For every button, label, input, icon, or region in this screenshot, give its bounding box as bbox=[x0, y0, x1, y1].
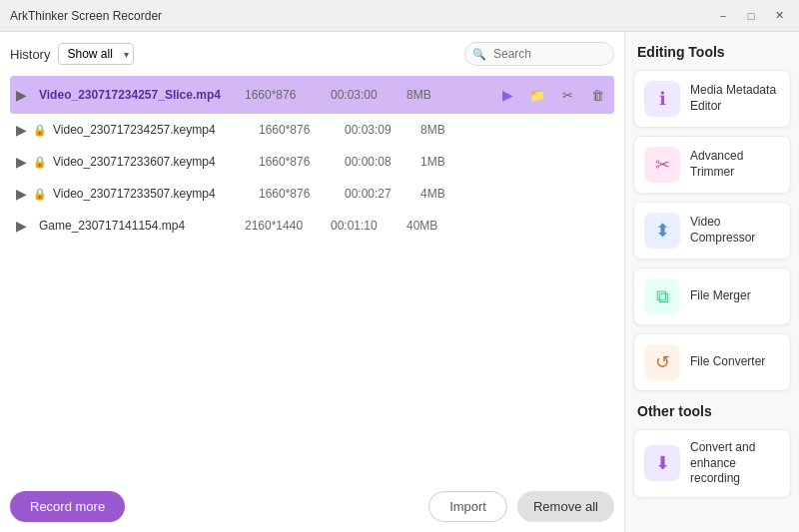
file-type-icon: ▶ bbox=[16, 154, 27, 170]
search-input[interactable] bbox=[464, 42, 614, 66]
titlebar: ArkThinker Screen Recorder − □ ✕ bbox=[0, 0, 799, 32]
editing-tools-title: Editing Tools bbox=[633, 44, 791, 60]
file-name: Video_230717234257_Slice.mp4 bbox=[39, 88, 239, 102]
convert-enhance-label: Convert and enhance recording bbox=[690, 440, 780, 487]
file-type-icon: ▶ bbox=[16, 218, 27, 234]
tool-card-advanced-trimmer[interactable]: ✂Advanced Trimmer bbox=[633, 136, 791, 194]
file-duration: 00:01:10 bbox=[331, 219, 400, 233]
search-box: 🔍 bbox=[464, 42, 614, 66]
history-label: History bbox=[10, 47, 50, 62]
main-layout: History Show all 🔍 ▶Video_230717234257_S… bbox=[0, 32, 799, 532]
table-row[interactable]: ▶Video_230717234257_Slice.mp41660*87600:… bbox=[10, 76, 614, 114]
file-resolution: 1660*876 bbox=[259, 123, 339, 137]
file-size: 8MB bbox=[406, 88, 446, 102]
table-row[interactable]: ▶Game_230717141154.mp42160*144000:01:104… bbox=[10, 210, 614, 242]
file-actions: ▶📁✂🗑 bbox=[496, 84, 608, 106]
app-title: ArkThinker Screen Recorder bbox=[10, 9, 713, 23]
file-name: Video_230717233507.keymp4 bbox=[53, 187, 253, 201]
play-button[interactable]: ▶ bbox=[496, 84, 518, 106]
file-type-icon: ▶ bbox=[16, 122, 27, 138]
window-controls: − □ ✕ bbox=[713, 6, 789, 26]
file-size: 1MB bbox=[420, 155, 460, 169]
file-merger-icon: ⧉ bbox=[644, 278, 680, 314]
other-tools-list: ⬇Convert and enhance recording bbox=[633, 429, 791, 506]
file-duration: 00:00:27 bbox=[345, 187, 414, 201]
file-merger-label: File Merger bbox=[690, 288, 751, 304]
file-size: 8MB bbox=[420, 123, 460, 137]
right-panel: Editing Tools ℹMedia Metadata Editor✂Adv… bbox=[624, 32, 799, 532]
toolbar: History Show all 🔍 bbox=[10, 42, 614, 66]
file-duration: 00:00:08 bbox=[345, 155, 414, 169]
file-size: 40MB bbox=[406, 219, 446, 233]
file-type-icon: ▶ bbox=[16, 186, 27, 202]
show-all-wrapper: Show all bbox=[58, 43, 134, 65]
file-duration: 00:03:09 bbox=[345, 123, 414, 137]
edit-button[interactable]: ✂ bbox=[556, 84, 578, 106]
file-type-icon: ▶ bbox=[16, 87, 27, 103]
media-metadata-label: Media Metadata Editor bbox=[690, 83, 780, 114]
file-name: Video_230717233607.keymp4 bbox=[53, 155, 253, 169]
file-resolution: 1660*876 bbox=[259, 187, 339, 201]
file-converter-label: File Converter bbox=[690, 354, 765, 370]
lock-icon: 🔒 bbox=[33, 188, 47, 201]
file-duration: 00:03:00 bbox=[331, 88, 400, 102]
maximize-button[interactable]: □ bbox=[741, 6, 761, 26]
video-compressor-label: Video Compressor bbox=[690, 215, 780, 246]
minimize-button[interactable]: − bbox=[713, 6, 733, 26]
table-row[interactable]: ▶🔒Video_230717233507.keymp41660*87600:00… bbox=[10, 178, 614, 210]
show-all-select[interactable]: Show all bbox=[58, 43, 134, 65]
advanced-trimmer-label: Advanced Trimmer bbox=[690, 149, 780, 180]
bottom-bar: Record more Import Remove all bbox=[10, 481, 614, 522]
remove-all-button[interactable]: Remove all bbox=[517, 491, 614, 522]
editing-tools-list: ℹMedia Metadata Editor✂Advanced Trimmer⬍… bbox=[633, 70, 791, 399]
table-row[interactable]: ▶🔒Video_230717233607.keymp41660*87600:00… bbox=[10, 146, 614, 178]
file-name: Game_230717141154.mp4 bbox=[39, 219, 239, 233]
media-metadata-icon: ℹ bbox=[644, 81, 680, 117]
video-compressor-icon: ⬍ bbox=[644, 213, 680, 249]
file-converter-icon: ↺ bbox=[644, 344, 680, 380]
open-folder-button[interactable]: 📁 bbox=[526, 84, 548, 106]
other-tools-title: Other tools bbox=[633, 403, 791, 419]
file-resolution: 2160*1440 bbox=[245, 219, 325, 233]
tool-card-video-compressor[interactable]: ⬍Video Compressor bbox=[633, 202, 791, 260]
left-panel: History Show all 🔍 ▶Video_230717234257_S… bbox=[0, 32, 624, 532]
convert-enhance-icon: ⬇ bbox=[644, 445, 680, 481]
lock-icon: 🔒 bbox=[33, 156, 47, 169]
import-button[interactable]: Import bbox=[428, 491, 507, 522]
file-resolution: 1660*876 bbox=[245, 88, 325, 102]
advanced-trimmer-icon: ✂ bbox=[644, 147, 680, 183]
record-more-button[interactable]: Record more bbox=[10, 491, 125, 522]
table-row[interactable]: ▶🔒Video_230717234257.keymp41660*87600:03… bbox=[10, 114, 614, 146]
delete-button[interactable]: 🗑 bbox=[586, 84, 608, 106]
file-resolution: 1660*876 bbox=[259, 155, 339, 169]
lock-icon: 🔒 bbox=[33, 124, 47, 137]
tool-card-file-converter[interactable]: ↺File Converter bbox=[633, 333, 791, 391]
file-list: ▶Video_230717234257_Slice.mp41660*87600:… bbox=[10, 76, 614, 481]
tool-card-convert-enhance[interactable]: ⬇Convert and enhance recording bbox=[633, 429, 791, 498]
close-button[interactable]: ✕ bbox=[769, 6, 789, 26]
search-icon: 🔍 bbox=[472, 48, 486, 61]
tool-card-file-merger[interactable]: ⧉File Merger bbox=[633, 267, 791, 325]
file-size: 4MB bbox=[420, 187, 460, 201]
tool-card-media-metadata[interactable]: ℹMedia Metadata Editor bbox=[633, 70, 791, 128]
file-name: Video_230717234257.keymp4 bbox=[53, 123, 253, 137]
